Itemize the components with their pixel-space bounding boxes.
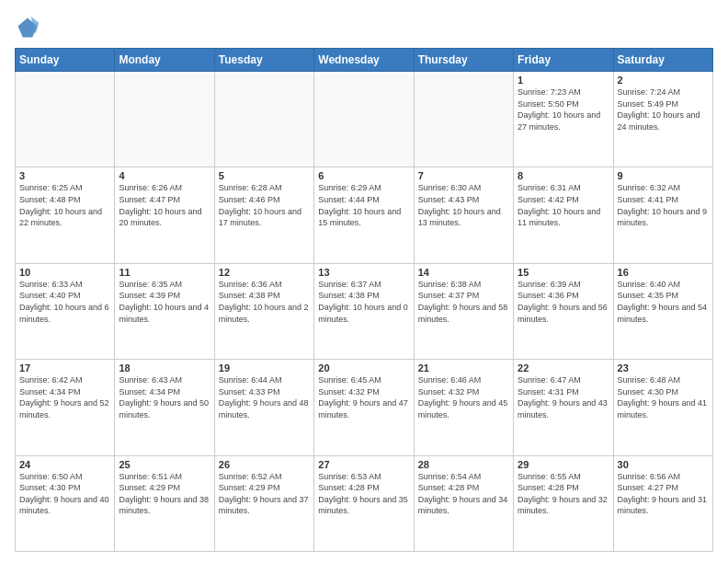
day-number: 3 bbox=[19, 170, 110, 181]
day-number: 11 bbox=[119, 267, 210, 278]
calendar-table: SundayMondayTuesdayWednesdayThursdayFrid… bbox=[15, 48, 713, 552]
day-number: 1 bbox=[518, 75, 609, 86]
calendar-cell: 5Sunrise: 6:28 AM Sunset: 4:46 PM Daylig… bbox=[214, 167, 313, 263]
calendar-cell: 9Sunrise: 6:32 AM Sunset: 4:41 PM Daylig… bbox=[613, 167, 712, 263]
day-number: 30 bbox=[618, 459, 709, 470]
day-number: 18 bbox=[119, 362, 210, 373]
day-number: 9 bbox=[618, 170, 709, 181]
calendar-cell: 6Sunrise: 6:29 AM Sunset: 4:44 PM Daylig… bbox=[314, 167, 414, 263]
logo bbox=[15, 15, 44, 40]
day-info: Sunrise: 6:29 AM Sunset: 4:44 PM Dayligh… bbox=[318, 182, 409, 228]
day-info: Sunrise: 6:44 AM Sunset: 4:33 PM Dayligh… bbox=[219, 374, 310, 420]
weekday-header-thursday: Thursday bbox=[414, 49, 513, 72]
calendar-cell: 25Sunrise: 6:51 AM Sunset: 4:29 PM Dayli… bbox=[115, 455, 214, 551]
day-number: 4 bbox=[119, 170, 210, 181]
day-number: 16 bbox=[618, 267, 709, 278]
day-number: 24 bbox=[19, 459, 110, 470]
day-info: Sunrise: 6:26 AM Sunset: 4:47 PM Dayligh… bbox=[119, 182, 210, 228]
weekday-header-wednesday: Wednesday bbox=[314, 49, 414, 72]
day-number: 2 bbox=[618, 75, 709, 86]
calendar-cell bbox=[314, 72, 414, 167]
day-number: 13 bbox=[318, 267, 409, 278]
day-info: Sunrise: 6:53 AM Sunset: 4:28 PM Dayligh… bbox=[318, 471, 409, 517]
day-info: Sunrise: 6:31 AM Sunset: 4:42 PM Dayligh… bbox=[518, 182, 609, 228]
calendar-cell: 21Sunrise: 6:46 AM Sunset: 4:32 PM Dayli… bbox=[414, 360, 513, 455]
calendar-cell: 15Sunrise: 6:39 AM Sunset: 4:36 PM Dayli… bbox=[514, 263, 613, 359]
day-number: 26 bbox=[219, 459, 310, 470]
day-number: 23 bbox=[618, 362, 709, 373]
header bbox=[15, 11, 713, 40]
day-info: Sunrise: 6:45 AM Sunset: 4:32 PM Dayligh… bbox=[318, 374, 409, 420]
day-info: Sunrise: 6:36 AM Sunset: 4:38 PM Dayligh… bbox=[219, 279, 310, 325]
day-number: 8 bbox=[518, 170, 609, 181]
calendar-cell: 20Sunrise: 6:45 AM Sunset: 4:32 PM Dayli… bbox=[314, 360, 414, 455]
calendar-cell: 26Sunrise: 6:52 AM Sunset: 4:29 PM Dayli… bbox=[214, 455, 313, 551]
day-number: 28 bbox=[418, 459, 509, 470]
day-info: Sunrise: 6:39 AM Sunset: 4:36 PM Dayligh… bbox=[518, 279, 609, 325]
day-number: 25 bbox=[119, 459, 210, 470]
calendar-cell: 19Sunrise: 6:44 AM Sunset: 4:33 PM Dayli… bbox=[214, 360, 313, 455]
calendar-cell: 18Sunrise: 6:43 AM Sunset: 4:34 PM Dayli… bbox=[115, 360, 214, 455]
calendar-cell: 10Sunrise: 6:33 AM Sunset: 4:40 PM Dayli… bbox=[16, 263, 115, 359]
day-info: Sunrise: 6:48 AM Sunset: 4:30 PM Dayligh… bbox=[618, 374, 709, 420]
day-info: Sunrise: 6:47 AM Sunset: 4:31 PM Dayligh… bbox=[518, 374, 609, 420]
day-info: Sunrise: 6:42 AM Sunset: 4:34 PM Dayligh… bbox=[19, 374, 110, 420]
calendar-cell: 17Sunrise: 6:42 AM Sunset: 4:34 PM Dayli… bbox=[16, 360, 115, 455]
logo-icon bbox=[15, 15, 40, 40]
weekday-header-friday: Friday bbox=[514, 49, 613, 72]
day-info: Sunrise: 6:40 AM Sunset: 4:35 PM Dayligh… bbox=[618, 279, 709, 325]
day-number: 10 bbox=[19, 267, 110, 278]
calendar-week-4: 24Sunrise: 6:50 AM Sunset: 4:30 PM Dayli… bbox=[16, 455, 713, 551]
weekday-row: SundayMondayTuesdayWednesdayThursdayFrid… bbox=[16, 49, 713, 72]
day-info: Sunrise: 7:23 AM Sunset: 5:50 PM Dayligh… bbox=[518, 86, 609, 132]
weekday-header-saturday: Saturday bbox=[613, 49, 712, 72]
calendar-cell: 22Sunrise: 6:47 AM Sunset: 4:31 PM Dayli… bbox=[514, 360, 613, 455]
calendar-cell bbox=[214, 72, 313, 167]
day-info: Sunrise: 6:50 AM Sunset: 4:30 PM Dayligh… bbox=[19, 471, 110, 517]
calendar-cell: 2Sunrise: 7:24 AM Sunset: 5:49 PM Daylig… bbox=[613, 72, 712, 167]
calendar-cell: 24Sunrise: 6:50 AM Sunset: 4:30 PM Dayli… bbox=[16, 455, 115, 551]
calendar-cell: 14Sunrise: 6:38 AM Sunset: 4:37 PM Dayli… bbox=[414, 263, 513, 359]
day-info: Sunrise: 6:33 AM Sunset: 4:40 PM Dayligh… bbox=[19, 279, 110, 325]
day-number: 17 bbox=[19, 362, 110, 373]
day-info: Sunrise: 6:37 AM Sunset: 4:38 PM Dayligh… bbox=[318, 279, 409, 325]
day-number: 27 bbox=[318, 459, 409, 470]
calendar-cell: 23Sunrise: 6:48 AM Sunset: 4:30 PM Dayli… bbox=[613, 360, 712, 455]
calendar-cell: 30Sunrise: 6:56 AM Sunset: 4:27 PM Dayli… bbox=[613, 455, 712, 551]
day-info: Sunrise: 6:51 AM Sunset: 4:29 PM Dayligh… bbox=[119, 471, 210, 517]
calendar-cell: 16Sunrise: 6:40 AM Sunset: 4:35 PM Dayli… bbox=[613, 263, 712, 359]
calendar-cell bbox=[115, 72, 214, 167]
day-number: 21 bbox=[418, 362, 509, 373]
day-number: 6 bbox=[318, 170, 409, 181]
calendar-cell: 27Sunrise: 6:53 AM Sunset: 4:28 PM Dayli… bbox=[314, 455, 414, 551]
day-info: Sunrise: 7:24 AM Sunset: 5:49 PM Dayligh… bbox=[618, 86, 709, 132]
day-info: Sunrise: 6:54 AM Sunset: 4:28 PM Dayligh… bbox=[418, 471, 509, 517]
calendar-week-3: 17Sunrise: 6:42 AM Sunset: 4:34 PM Dayli… bbox=[16, 360, 713, 455]
day-info: Sunrise: 6:43 AM Sunset: 4:34 PM Dayligh… bbox=[119, 374, 210, 420]
day-info: Sunrise: 6:28 AM Sunset: 4:46 PM Dayligh… bbox=[219, 182, 310, 228]
calendar-cell: 12Sunrise: 6:36 AM Sunset: 4:38 PM Dayli… bbox=[214, 263, 313, 359]
day-number: 12 bbox=[219, 267, 310, 278]
day-number: 22 bbox=[518, 362, 609, 373]
day-number: 20 bbox=[318, 362, 409, 373]
calendar-cell: 29Sunrise: 6:55 AM Sunset: 4:28 PM Dayli… bbox=[514, 455, 613, 551]
calendar-cell: 4Sunrise: 6:26 AM Sunset: 4:47 PM Daylig… bbox=[115, 167, 214, 263]
day-number: 19 bbox=[219, 362, 310, 373]
calendar-cell: 28Sunrise: 6:54 AM Sunset: 4:28 PM Dayli… bbox=[414, 455, 513, 551]
calendar-cell: 11Sunrise: 6:35 AM Sunset: 4:39 PM Dayli… bbox=[115, 263, 214, 359]
calendar-cell: 1Sunrise: 7:23 AM Sunset: 5:50 PM Daylig… bbox=[514, 72, 613, 167]
day-number: 5 bbox=[219, 170, 310, 181]
weekday-header-tuesday: Tuesday bbox=[214, 49, 313, 72]
calendar-week-0: 1Sunrise: 7:23 AM Sunset: 5:50 PM Daylig… bbox=[16, 72, 713, 167]
day-info: Sunrise: 6:35 AM Sunset: 4:39 PM Dayligh… bbox=[119, 279, 210, 325]
day-info: Sunrise: 6:32 AM Sunset: 4:41 PM Dayligh… bbox=[618, 182, 709, 228]
day-number: 29 bbox=[518, 459, 609, 470]
day-info: Sunrise: 6:25 AM Sunset: 4:48 PM Dayligh… bbox=[19, 182, 110, 228]
calendar-body: 1Sunrise: 7:23 AM Sunset: 5:50 PM Daylig… bbox=[16, 72, 713, 552]
day-info: Sunrise: 6:30 AM Sunset: 4:43 PM Dayligh… bbox=[418, 182, 509, 228]
day-info: Sunrise: 6:56 AM Sunset: 4:27 PM Dayligh… bbox=[618, 471, 709, 517]
day-info: Sunrise: 6:55 AM Sunset: 4:28 PM Dayligh… bbox=[518, 471, 609, 517]
day-info: Sunrise: 6:38 AM Sunset: 4:37 PM Dayligh… bbox=[418, 279, 509, 325]
calendar-cell bbox=[414, 72, 513, 167]
calendar-cell: 13Sunrise: 6:37 AM Sunset: 4:38 PM Dayli… bbox=[314, 263, 414, 359]
